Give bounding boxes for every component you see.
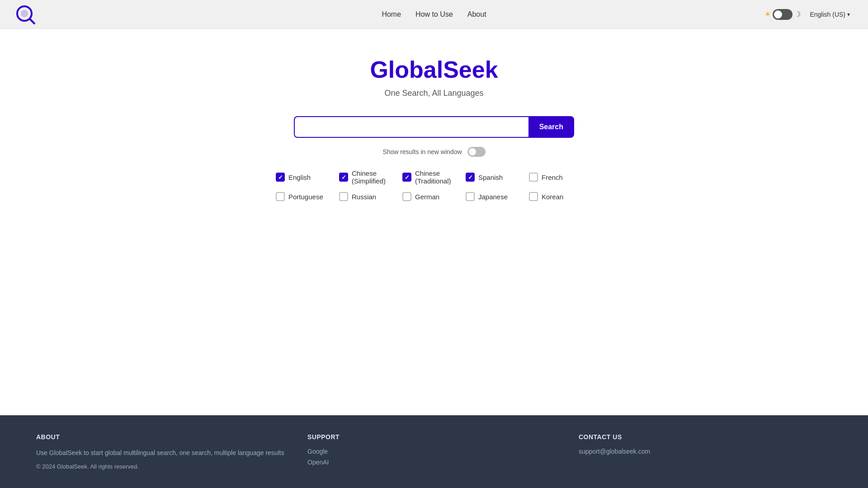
new-window-toggle[interactable] bbox=[467, 147, 486, 157]
nav-how-to-use[interactable]: How to Use bbox=[415, 10, 453, 19]
checkbox-item-portuguese[interactable]: Portuguese bbox=[276, 192, 339, 201]
language-selector-label: English (US) bbox=[810, 11, 845, 18]
checkbox-item-japanese[interactable]: Japanese bbox=[466, 192, 529, 201]
app-subtitle: One Search, All Languages bbox=[384, 89, 483, 98]
checkbox-label-russian: Russian bbox=[352, 193, 376, 201]
language-selector[interactable]: English (US) ▾ bbox=[806, 9, 854, 20]
new-window-row: Show results in new window bbox=[382, 147, 485, 157]
svg-point-2 bbox=[21, 10, 28, 17]
checkbox-portuguese[interactable] bbox=[276, 192, 285, 201]
checkbox-chinese-traditional[interactable] bbox=[402, 173, 411, 182]
footer-about-title: ABOUT bbox=[36, 433, 289, 441]
footer-copyright: © 2024 GlobalSeek. All rights reserved. bbox=[36, 463, 289, 470]
logo bbox=[14, 4, 36, 25]
header: Home How to Use About ☀ ☽ English (US) ▾ bbox=[0, 0, 868, 29]
footer-support-link-google[interactable]: Google bbox=[307, 448, 561, 455]
nav-home[interactable]: Home bbox=[382, 10, 401, 19]
sun-icon: ☀ bbox=[764, 10, 771, 19]
checkbox-japanese[interactable] bbox=[466, 192, 475, 201]
checkbox-korean[interactable] bbox=[529, 192, 538, 201]
footer-support-title: SUPPORT bbox=[307, 433, 561, 441]
checkbox-english[interactable] bbox=[276, 173, 285, 182]
footer-about: ABOUT Use GlobalSeek to start global mul… bbox=[36, 433, 289, 470]
checkbox-chinese-simplified[interactable] bbox=[339, 173, 348, 182]
new-window-label: Show results in new window bbox=[382, 148, 462, 155]
checkbox-item-french[interactable]: French bbox=[529, 169, 592, 185]
logo-icon bbox=[14, 4, 36, 25]
header-controls: ☀ ☽ English (US) ▾ bbox=[764, 9, 854, 20]
footer-contact-title: CONTACT US bbox=[579, 433, 832, 441]
checkbox-item-korean[interactable]: Korean bbox=[529, 192, 592, 201]
checkbox-item-chinese-simplified[interactable]: Chinese (Simplified) bbox=[339, 169, 402, 185]
language-checkboxes: EnglishChinese (Simplified)Chinese (Trad… bbox=[276, 169, 592, 201]
footer-contact: CONTACT US support@globalseek.com bbox=[579, 433, 832, 470]
checkbox-label-german: German bbox=[415, 193, 439, 201]
checkbox-label-chinese-simplified: Chinese (Simplified) bbox=[352, 169, 402, 185]
checkbox-label-french: French bbox=[542, 174, 563, 181]
checkbox-item-english[interactable]: English bbox=[276, 169, 339, 185]
footer-support-link-openai[interactable]: OpenAI bbox=[307, 459, 561, 466]
checkbox-item-russian[interactable]: Russian bbox=[339, 192, 402, 201]
svg-line-1 bbox=[30, 19, 34, 23]
checkbox-french[interactable] bbox=[529, 173, 538, 182]
search-input[interactable] bbox=[294, 116, 528, 138]
main-content: GlobalSeek One Search, All Languages Sea… bbox=[0, 29, 868, 415]
checkbox-label-english: English bbox=[288, 174, 311, 181]
search-container: Search bbox=[294, 116, 574, 138]
checkbox-label-portuguese: Portuguese bbox=[288, 193, 323, 201]
footer-contact-email[interactable]: support@globalseek.com bbox=[579, 448, 832, 455]
theme-toggle[interactable] bbox=[773, 9, 793, 20]
app-title: GlobalSeek bbox=[370, 56, 498, 83]
footer-support: SUPPORT GoogleOpenAI bbox=[307, 433, 561, 470]
theme-toggle-container: ☀ ☽ bbox=[764, 9, 801, 20]
footer-about-description: Use GlobalSeek to start global multiling… bbox=[36, 448, 289, 458]
checkbox-item-german[interactable]: German bbox=[402, 192, 466, 201]
checkbox-label-chinese-traditional: Chinese (Traditional) bbox=[415, 169, 466, 185]
checkbox-item-spanish[interactable]: Spanish bbox=[466, 169, 529, 185]
main-nav: Home How to Use About bbox=[382, 10, 486, 19]
moon-icon: ☽ bbox=[794, 10, 801, 19]
theme-toggle-thumb bbox=[774, 10, 782, 19]
checkbox-label-spanish: Spanish bbox=[478, 174, 503, 181]
search-button[interactable]: Search bbox=[528, 116, 574, 138]
checkbox-spanish[interactable] bbox=[466, 173, 475, 182]
chevron-down-icon: ▾ bbox=[847, 11, 850, 18]
checkbox-label-korean: Korean bbox=[542, 193, 563, 201]
nav-about[interactable]: About bbox=[467, 10, 486, 19]
checkbox-russian[interactable] bbox=[339, 192, 348, 201]
new-window-toggle-thumb bbox=[469, 148, 476, 155]
checkbox-label-japanese: Japanese bbox=[478, 193, 508, 201]
checkbox-item-chinese-traditional[interactable]: Chinese (Traditional) bbox=[402, 169, 466, 185]
footer: ABOUT Use GlobalSeek to start global mul… bbox=[0, 415, 868, 488]
checkbox-german[interactable] bbox=[402, 192, 411, 201]
